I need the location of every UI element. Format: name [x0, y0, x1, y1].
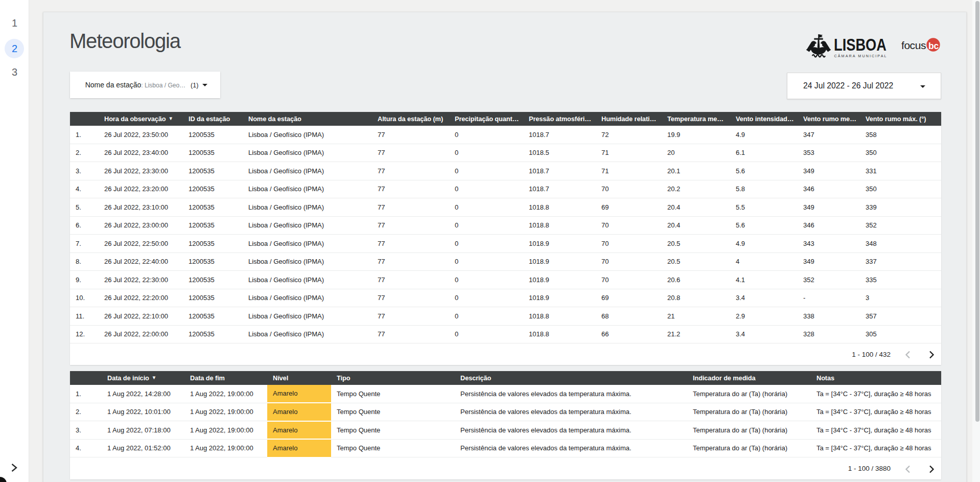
svg-text:focus: focus	[901, 39, 926, 51]
svg-text:CÂMARA MUNICIPAL: CÂMARA MUNICIPAL	[834, 54, 886, 58]
svg-text:LISBOA: LISBOA	[834, 35, 886, 54]
svg-text:bc: bc	[928, 41, 939, 51]
